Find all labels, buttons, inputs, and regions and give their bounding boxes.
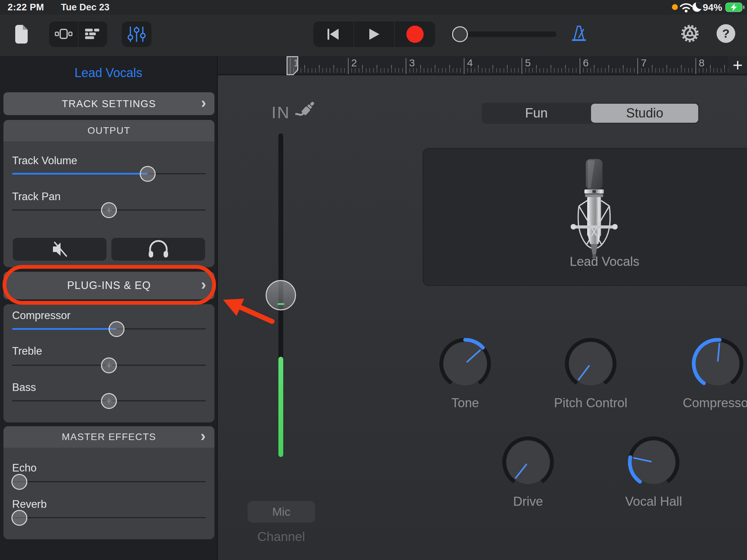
bass-label: Bass bbox=[12, 381, 36, 394]
compressor-knob-label: Compressor bbox=[638, 396, 747, 410]
output-header-label: OUTPUT bbox=[87, 125, 130, 136]
headphones-monitor-button[interactable] bbox=[111, 238, 205, 261]
bar-line bbox=[290, 58, 290, 74]
bar-line bbox=[348, 58, 349, 74]
record-icon bbox=[405, 25, 425, 44]
track-controls-button[interactable] bbox=[122, 21, 151, 47]
pitch-control-knob[interactable] bbox=[561, 334, 620, 393]
mic-source-button[interactable]: Mic bbox=[248, 501, 315, 523]
track-inspector-panel: Lead Vocals TRACK SETTINGS › OUTPUT Trac… bbox=[0, 56, 218, 560]
microphone-image bbox=[560, 158, 629, 265]
chevron-right-icon: › bbox=[201, 427, 206, 445]
rewind-to-start-button[interactable] bbox=[313, 21, 353, 47]
track-volume-slider[interactable]: + bbox=[12, 166, 206, 182]
windows-icon bbox=[54, 28, 73, 40]
play-icon bbox=[368, 28, 380, 40]
slider-thumb[interactable]: + bbox=[11, 510, 27, 526]
compressor-slider[interactable]: + bbox=[12, 321, 206, 337]
instrument-main-area: IN Fun Studio bbox=[218, 75, 747, 560]
input-label: IN bbox=[264, 103, 298, 122]
slider-thumb[interactable]: + bbox=[101, 357, 117, 373]
slider-thumb[interactable]: + bbox=[140, 166, 156, 182]
instrument-name: Lead Vocals bbox=[525, 254, 684, 269]
vocal-hall-knob[interactable] bbox=[624, 433, 683, 492]
bar-number: 8 bbox=[699, 57, 705, 69]
bass-slider[interactable]: + bbox=[12, 393, 206, 409]
mode-segmented-control: Fun Studio bbox=[482, 103, 699, 124]
slider-thumb[interactable] bbox=[452, 26, 468, 42]
metronome-button[interactable] bbox=[569, 24, 589, 44]
bar-number: 4 bbox=[467, 57, 473, 69]
timeline-ruler[interactable]: + 12345678 bbox=[218, 56, 747, 75]
slider-thumb[interactable]: + bbox=[109, 321, 124, 337]
plugins-eq-button[interactable]: PLUG-INS & EQ › bbox=[3, 272, 214, 299]
bar-line bbox=[406, 58, 406, 74]
chevron-right-icon: › bbox=[201, 94, 206, 111]
record-button[interactable] bbox=[394, 21, 435, 47]
drive-knob[interactable] bbox=[499, 433, 557, 492]
bar-number: 1 bbox=[293, 57, 299, 69]
track-pan-label: Track Pan bbox=[12, 190, 61, 203]
master-volume-slider[interactable] bbox=[451, 28, 556, 40]
mode-studio-segment[interactable]: Studio bbox=[591, 104, 698, 123]
track-volume-label: Track Volume bbox=[12, 155, 77, 167]
mixer-sliders-icon bbox=[128, 26, 146, 43]
clock: 2:22 PM bbox=[8, 2, 44, 13]
help-button[interactable]: ? bbox=[717, 24, 735, 43]
windows-view-button[interactable] bbox=[49, 21, 78, 47]
tracks-view-button[interactable] bbox=[78, 21, 107, 47]
metronome-icon bbox=[573, 26, 585, 40]
slider-thumb[interactable]: + bbox=[101, 202, 117, 218]
view-switcher bbox=[49, 21, 107, 47]
tracks-view-icon bbox=[84, 27, 102, 41]
bar-number: 6 bbox=[583, 57, 589, 69]
toolbar: ? bbox=[0, 15, 747, 56]
play-button[interactable] bbox=[353, 21, 394, 47]
bar-line bbox=[522, 58, 522, 74]
track-settings-label: TRACK SETTINGS bbox=[62, 98, 156, 110]
input-level-thumb[interactable] bbox=[266, 280, 296, 310]
compressor-label: Compressor bbox=[12, 309, 71, 322]
settings-button[interactable] bbox=[679, 23, 701, 44]
garageband-screen: 2:22 PM Tue Dec 23 94% bbox=[0, 0, 747, 560]
chevron-right-icon: › bbox=[201, 276, 206, 293]
compressor-knob[interactable] bbox=[688, 334, 747, 393]
document-button[interactable] bbox=[14, 24, 29, 44]
status-bar: 2:22 PM Tue Dec 23 94% bbox=[0, 0, 747, 15]
focus-moon-icon bbox=[692, 2, 702, 12]
bar-number: 5 bbox=[525, 57, 531, 69]
track-pan-slider[interactable]: + bbox=[12, 202, 206, 218]
panel-title: Lead Vocals bbox=[0, 66, 217, 80]
bar-line bbox=[695, 58, 696, 74]
channel-label: Channel bbox=[229, 530, 333, 544]
treble-label: Treble bbox=[12, 345, 42, 357]
plugins-eq-label: PLUG-INS & EQ bbox=[67, 279, 151, 292]
tone-knob[interactable] bbox=[436, 334, 495, 393]
output-header: OUTPUT bbox=[3, 120, 214, 141]
recording-indicator-icon bbox=[672, 4, 678, 10]
slider-thumb[interactable]: + bbox=[101, 393, 117, 409]
bar-number: 7 bbox=[641, 57, 647, 69]
track-settings-button[interactable]: TRACK SETTINGS › bbox=[3, 92, 214, 115]
mode-fun-segment[interactable]: Fun bbox=[482, 103, 591, 124]
battery-icon bbox=[725, 2, 745, 12]
echo-slider[interactable]: + bbox=[12, 474, 206, 490]
mute-button[interactable] bbox=[13, 238, 107, 261]
master-effects-button[interactable]: MASTER EFFECTS › bbox=[3, 426, 214, 448]
level-tick bbox=[277, 303, 284, 305]
document-icon bbox=[15, 25, 28, 44]
treble-slider[interactable]: + bbox=[12, 357, 206, 373]
date: Tue Dec 23 bbox=[61, 2, 110, 13]
bar-line bbox=[637, 58, 638, 74]
master-effects-label: MASTER EFFECTS bbox=[62, 431, 156, 442]
bar-line bbox=[580, 58, 580, 74]
add-bars-button[interactable]: + bbox=[728, 56, 747, 74]
vocal-hall-knob-label: Vocal Hall bbox=[574, 494, 733, 509]
slider-thumb[interactable]: + bbox=[11, 474, 27, 490]
reverb-slider[interactable]: + bbox=[12, 510, 206, 526]
rewind-icon bbox=[327, 28, 340, 40]
echo-label: Echo bbox=[12, 462, 37, 474]
gear-icon bbox=[683, 26, 697, 41]
wifi-icon bbox=[679, 2, 694, 13]
audio-jack-icon bbox=[295, 100, 320, 125]
